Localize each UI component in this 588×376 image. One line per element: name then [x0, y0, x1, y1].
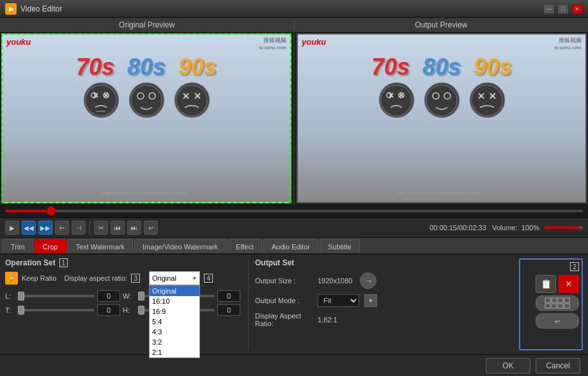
tab-subtitle[interactable]: Subtitle [320, 239, 360, 253]
l-slider[interactable] [18, 295, 95, 297]
minimize-button[interactable]: — [543, 4, 555, 14]
main-content: Original Preview Output Preview youku 搜狐… [0, 18, 588, 376]
numbers-row: 70s 80s 90s [3, 54, 290, 81]
operation-set: Operation Set 1 🔒 Keep Ratio Display asp… [5, 258, 242, 350]
num90s: 90s [178, 54, 217, 81]
output-size-row: Output Size : 1920x1080 → [255, 272, 513, 289]
sep1 [89, 221, 90, 234]
svg-point-26 [472, 85, 502, 116]
dropdown-item-16-10[interactable]: 16:10 [150, 296, 199, 306]
timeline-area[interactable] [0, 205, 588, 217]
volume-slider[interactable] [545, 226, 583, 229]
play-button[interactable]: ▶ [5, 221, 19, 235]
undo-wide-btn[interactable]: ↩ [536, 313, 579, 329]
tab-effect[interactable]: Effect [228, 239, 262, 253]
svg-point-11 [176, 85, 207, 116]
svg-rect-38 [564, 304, 569, 308]
output-face2 [424, 82, 460, 118]
restore-button[interactable]: □ [557, 4, 569, 14]
cancel-button[interactable]: Cancel [536, 358, 580, 373]
t-label: T: [5, 306, 15, 314]
dropdown-list[interactable]: Original 16:10 16:9 5:4 4:3 3:2 2:1 [149, 285, 200, 358]
output-faces-row [298, 82, 585, 118]
timeline-bar[interactable] [5, 210, 583, 212]
h-label: H: [123, 306, 135, 314]
output-size-label: Output Size : [255, 277, 313, 285]
w-value[interactable]: 0 [217, 290, 240, 302]
svg-rect-34 [564, 298, 569, 302]
next-cut-button[interactable]: ⏭ [127, 221, 141, 235]
clipboard-icon-btn[interactable]: 📋 [536, 275, 556, 293]
svg-rect-36 [552, 304, 557, 308]
cut-button[interactable]: ✂ [94, 221, 108, 235]
output-set-header: Output Set [255, 258, 513, 267]
output-aspect-row: Display Aspect Ratio: 1.82:1 [255, 312, 513, 327]
timeline-thumb[interactable] [47, 207, 56, 215]
next-frame-button[interactable]: ▶▶ [38, 221, 52, 235]
face1 [84, 82, 119, 118]
tabs-bar: Trim Crop Text Watermark Image/Video Wat… [0, 238, 588, 255]
original-video-frame: youku 搜狐视频tv.sohu.com 70s 80s 90s [3, 35, 290, 202]
prev-cut-button[interactable]: ⏮ [111, 221, 125, 235]
tab-crop[interactable]: Crop [35, 239, 66, 253]
dropdown-selected[interactable]: Original ▼ [149, 271, 200, 285]
tab-image-watermark[interactable]: Image/Video Watermark [134, 239, 226, 253]
bottom-panel: Operation Set 1 🔒 Keep Ratio Display asp… [0, 255, 588, 354]
l-slider-thumb[interactable] [18, 292, 24, 301]
mode-dropdown-btn[interactable]: ▼ [364, 294, 377, 307]
dropdown-item-original[interactable]: Original [150, 286, 199, 296]
sohu-logo-output: 搜狐视频tv.sohu.com [554, 37, 582, 51]
faces-row [3, 82, 290, 118]
close-button[interactable]: ✕ [571, 4, 583, 14]
tab-text-watermark[interactable]: Text Watermark [67, 239, 133, 253]
dropdown-item-3-2[interactable]: 3:2 [150, 337, 199, 347]
face2 [129, 82, 164, 118]
mark-out-button[interactable]: ⊣ [72, 221, 86, 235]
output-mode-select[interactable]: Fit Stretch Crop [318, 294, 359, 307]
svg-point-8 [131, 85, 162, 116]
prev-frame-button[interactable]: ◀◀ [22, 221, 36, 235]
keep-ratio-row: 🔒 Keep Ratio Display aspect ratio: 3 Ori… [5, 271, 242, 285]
output-size-btn[interactable]: → [360, 272, 376, 289]
l-value[interactable]: 0 [97, 290, 120, 302]
w-slider-thumb[interactable] [138, 292, 144, 301]
dropdown-item-2-1[interactable]: 2:1 [150, 347, 199, 357]
w-label: W: [123, 292, 135, 300]
h-value[interactable]: 0 [217, 304, 240, 316]
sohu-logo: 搜狐视频tv.sohu.com [259, 37, 286, 51]
tab-trim[interactable]: Trim [3, 239, 33, 253]
keep-ratio-label: Keep Ratio [22, 274, 56, 282]
ok-button[interactable]: OK [486, 358, 530, 373]
h-slider-thumb[interactable] [138, 306, 144, 315]
dropdown-item-16-9[interactable]: 16:9 [150, 306, 199, 317]
tab-audio-editor[interactable]: Audio Editor [263, 239, 318, 253]
preview-labels: Original Preview Output Preview [0, 18, 588, 32]
output-preview-label: Output Preview [295, 20, 589, 29]
undo-button[interactable]: ↩ [144, 221, 158, 235]
grid-btn[interactable] [536, 295, 579, 311]
svg-point-16 [381, 85, 412, 116]
dropdown-item-4-3[interactable]: 4:3 [150, 327, 199, 337]
lock-icon: 🔒 [5, 272, 18, 285]
num70s: 70s [76, 54, 114, 81]
title-bar: ▶ Video Editor — □ ✕ [0, 0, 588, 18]
svg-rect-33 [558, 298, 563, 302]
t-slider[interactable] [18, 309, 95, 311]
operation-set-title: Operation Set [5, 258, 56, 267]
volume-fill [545, 226, 579, 229]
dropdown-arrow-icon: ▼ [192, 276, 197, 281]
footer-bar: OK Cancel [0, 354, 588, 376]
t-slider-thumb[interactable] [18, 306, 24, 315]
aspect-ratio-dropdown[interactable]: Original ▼ Original 16:10 16:9 5:4 4:3 3… [149, 271, 200, 285]
fields-row: L: 0 W: 0 T: 0 H: [5, 290, 242, 316]
delete-btn[interactable]: ✕ [559, 275, 579, 293]
output-aspect-label: Display Aspect Ratio: [255, 312, 313, 327]
mark-in-button[interactable]: ⊢ [55, 221, 69, 235]
th-row: T: 0 H: 0 [5, 304, 242, 316]
action-row-1: 📋 ✕ [536, 275, 579, 293]
original-preview-label: Original Preview [0, 20, 295, 29]
t-value[interactable]: 0 [97, 304, 120, 316]
dropdown-item-5-4[interactable]: 5:4 [150, 317, 199, 327]
lw-row: L: 0 W: 0 [5, 290, 242, 302]
youku-logo-output: youku [302, 37, 326, 47]
